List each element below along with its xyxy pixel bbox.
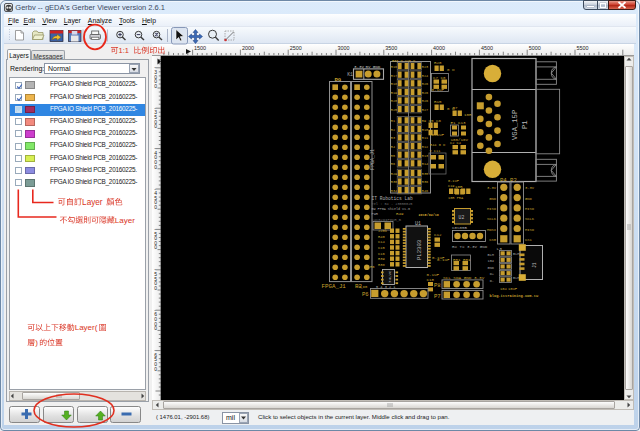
svg-text:R16: R16: [391, 65, 397, 69]
svg-text:1:1: 1:1: [119, 46, 129, 55]
svg-text:0: 0: [154, 285, 157, 291]
svg-text:1500: 1500: [194, 45, 206, 51]
svg-text:74LVC: 74LVC: [388, 270, 392, 283]
svg-text:R24: R24: [422, 74, 428, 78]
svg-text:104: 104: [488, 259, 494, 263]
svg-text:SCL SDA GND 3.3V: SCL SDA GND 3.3V: [443, 275, 485, 280]
svg-text:R26: R26: [422, 82, 428, 86]
svg-text:PWR: PWR: [372, 212, 379, 216]
svg-text:3.3V: 3.3V: [487, 186, 497, 190]
svg-text:0: 0: [154, 325, 157, 331]
svg-text:C19: C19: [448, 184, 454, 188]
svg-text:0: 0: [154, 204, 157, 210]
svg-text:GND: GND: [489, 197, 497, 201]
svg-text:0: 0: [154, 164, 157, 170]
svg-text:5500: 5500: [577, 45, 589, 51]
svg-text:C7 C8: C7 C8: [433, 76, 446, 80]
svg-text:P8: P8: [434, 282, 441, 289]
svg-text:Layer(: Layer(: [75, 323, 98, 332]
svg-text:R23: R23: [422, 65, 428, 69]
svg-text:R46: R46: [422, 189, 428, 193]
svg-text:R11: R11: [422, 136, 428, 140]
svg-text:0.1uF: 0.1uF: [427, 273, 440, 277]
svg-text:L3: L3: [497, 246, 503, 251]
svg-text:0: 0: [154, 123, 157, 129]
svg-text:R18: R18: [391, 82, 397, 86]
svg-text:BLM: BLM: [488, 253, 494, 257]
svg-text:D-: D-: [490, 279, 494, 283]
svg-text:IT Robotics Lab: IT Robotics Lab: [372, 196, 414, 201]
svg-text:R1: R1: [391, 119, 395, 123]
svg-text:R49: R49: [396, 212, 404, 216]
svg-text:R9: R9: [422, 119, 426, 123]
svg-text:10R P5A: 10R P5A: [448, 196, 464, 200]
svg-text:MISO: MISO: [525, 228, 535, 232]
svg-text:10R: 10R: [464, 113, 472, 117]
svg-text:C15: C15: [378, 246, 386, 250]
svg-text:R29: R29: [391, 172, 397, 176]
svg-text:R14: R14: [422, 162, 428, 166]
svg-text:24C02DIP8CH_B: 24C02DIP8CH_B: [372, 218, 402, 222]
svg-text:R19: R19: [391, 91, 397, 95]
svg-text:R17: R17: [391, 74, 397, 78]
svg-text:4500: 4500: [481, 45, 493, 51]
svg-text:0.1uF: 0.1uF: [432, 88, 445, 92]
svg-text:R40: R40: [378, 235, 386, 239]
svg-text:CS1: CS1: [525, 238, 533, 242]
svg-text:0: 0: [154, 83, 157, 89]
svg-text:2015/02/16: 2015/02/16: [419, 213, 439, 217]
svg-text:220k: 220k: [378, 229, 388, 233]
svg-text:R15: R15: [434, 100, 442, 104]
svg-text:R30: R30: [391, 180, 397, 184]
svg-text:C8S05B: C8S05B: [452, 226, 468, 230]
svg-text:3500: 3500: [385, 45, 397, 51]
svg-text:MISO: MISO: [525, 207, 535, 211]
svg-text:R26: R26: [422, 99, 428, 103]
svg-text:FPGA_J1: FPGA_J1: [370, 149, 376, 170]
svg-text:IO_D0: IO_D0: [356, 285, 368, 289]
svg-text:BLM: BLM: [513, 252, 519, 256]
svg-text:MISO: MISO: [487, 207, 497, 211]
svg-text:P1: P1: [521, 120, 529, 129]
svg-text:R20: R20: [391, 99, 397, 103]
svg-text:0: 0: [154, 366, 157, 372]
svg-text:R34: R34: [391, 189, 397, 193]
svg-text:R12: R12: [422, 145, 428, 149]
svg-text:R2: R2: [391, 128, 395, 132]
svg-text:R13: R13: [422, 154, 428, 158]
svg-text:MOSI: MOSI: [487, 228, 496, 232]
svg-text:R10: R10: [422, 128, 428, 132]
svg-text:E1 C13: E1 C13: [451, 121, 467, 125]
svg-text:PL2303: PL2303: [416, 240, 423, 260]
svg-text:4000: 4000: [433, 45, 445, 51]
svg-text:R27: R27: [422, 108, 428, 112]
svg-text:2000: 2000: [242, 45, 254, 51]
svg-text:10uF: 10uF: [508, 287, 518, 291]
svg-text:V C11: V C11: [430, 149, 441, 153]
svg-text:RX TX 3.3V GND: RX TX 3.3V GND: [452, 245, 488, 249]
svg-text:C5 C6: C5 C6: [429, 119, 442, 123]
svg-text:R36: R36: [422, 180, 428, 184]
svg-text:3000: 3000: [338, 45, 350, 51]
svg-text:R5: R5: [391, 154, 395, 158]
svg-text:R36 Ω 220 Ω: R36 Ω 220 Ω: [392, 59, 415, 63]
svg-text:P9: P9: [335, 77, 342, 84]
svg-text:R3: R3: [391, 136, 395, 140]
svg-text:5 4 3 2 1: 5 4 3 2 1: [376, 285, 395, 289]
svg-text:blog.ittraining.com.tw: blog.ittraining.com.tw: [490, 294, 539, 298]
svg-text:Layer: Layer: [115, 216, 135, 225]
svg-text:0: 0: [154, 244, 157, 250]
svg-text:0 Ω: 0 Ω: [447, 68, 455, 72]
svg-text:0.1uF: 0.1uF: [437, 258, 450, 262]
svg-text:R38: R38: [378, 263, 386, 267]
svg-text:R35: R35: [422, 172, 428, 176]
svg-text:10R: 10R: [455, 185, 463, 189]
svg-text:R51 R51: R51 R51: [453, 258, 471, 262]
svg-text:3.3V: 3.3V: [525, 186, 535, 190]
svg-text:5W FPGA Shield V1.0: 5W FPGA Shield V1.0: [372, 207, 411, 211]
svg-text:CS0: CS0: [489, 238, 497, 242]
svg-text:BLM: BLM: [513, 276, 519, 280]
svg-text:R4: R4: [391, 145, 395, 149]
svg-text:R39: R39: [378, 257, 386, 261]
svg-text:): ): [35, 338, 38, 347]
